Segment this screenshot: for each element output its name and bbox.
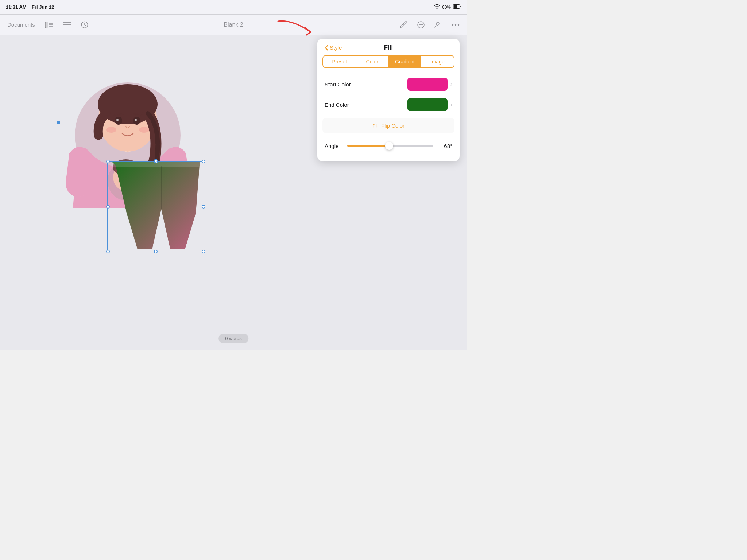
- panel-header: Style Fill: [317, 39, 460, 55]
- svg-point-11: [400, 27, 401, 28]
- status-bar: 11:31 AM Fri Jun 12 60%: [0, 0, 467, 15]
- fill-panel: Style Fill Preset Color Gradient Image S…: [317, 39, 460, 161]
- battery-icon: [453, 4, 461, 10]
- angle-value: 68°: [438, 143, 452, 149]
- history-button[interactable]: [80, 20, 90, 30]
- angle-slider-fill: [347, 145, 387, 147]
- flip-icon: ↑↓: [372, 122, 378, 129]
- fill-tab-bar: Preset Color Gradient Image: [322, 55, 454, 68]
- start-color-label: Start Color: [325, 81, 404, 88]
- sidebar-toggle-button[interactable]: [44, 20, 55, 30]
- angle-slider-track: [347, 145, 433, 147]
- angle-slider-thumb[interactable]: [385, 142, 393, 150]
- svg-point-27: [135, 119, 137, 121]
- svg-point-18: [452, 24, 453, 25]
- toolbar-left: Documents: [6, 20, 90, 30]
- flip-color-label: Flip Color: [381, 122, 405, 129]
- start-color-swatch[interactable]: [407, 78, 448, 91]
- svg-point-24: [115, 117, 122, 125]
- word-count: 0 words: [218, 334, 248, 343]
- svg-point-20: [458, 24, 459, 25]
- svg-point-28: [106, 127, 116, 133]
- end-color-label: End Color: [325, 102, 404, 108]
- angle-slider[interactable]: [347, 142, 433, 149]
- tab-color[interactable]: Color: [356, 56, 389, 67]
- wifi-icon: [434, 4, 440, 10]
- divider: [317, 136, 460, 136]
- angle-row: Angle 68°: [317, 138, 460, 154]
- angle-label: Angle: [325, 143, 343, 149]
- add-button[interactable]: [416, 20, 426, 30]
- end-color-swatch[interactable]: [407, 98, 448, 111]
- list-view-button[interactable]: [62, 20, 72, 29]
- start-color-chevron: ›: [450, 81, 452, 88]
- tab-preset[interactable]: Preset: [323, 56, 356, 67]
- pants-shape[interactable]: [108, 162, 203, 251]
- brush-button[interactable]: [398, 19, 409, 30]
- svg-rect-3: [45, 22, 48, 28]
- back-label: Style: [330, 44, 342, 51]
- status-time: 11:31 AM: [6, 4, 27, 10]
- end-color-chevron: ›: [450, 101, 452, 108]
- end-color-row: End Color ›: [317, 94, 460, 115]
- document-title: Blank 2: [224, 22, 243, 28]
- back-to-style-button[interactable]: Style: [325, 44, 342, 51]
- flip-color-button[interactable]: ↑↓ Flip Color: [322, 118, 454, 133]
- panel-title: Fill: [384, 44, 393, 51]
- toolbar: Documents Blank 2: [0, 15, 467, 35]
- more-button[interactable]: [450, 22, 461, 27]
- svg-point-29: [139, 127, 149, 133]
- svg-rect-1: [454, 5, 457, 8]
- documents-button[interactable]: Documents: [6, 20, 36, 29]
- svg-point-19: [455, 24, 456, 25]
- battery-percentage: 60%: [442, 5, 451, 10]
- toolbar-right: [398, 19, 461, 30]
- tab-gradient[interactable]: Gradient: [388, 56, 421, 67]
- status-date: Fri Jun 12: [32, 4, 54, 10]
- documents-label: Documents: [7, 22, 35, 28]
- svg-point-26: [116, 119, 119, 121]
- status-time-date: 11:31 AM Fri Jun 12: [6, 4, 54, 10]
- start-color-row: Start Color ›: [317, 74, 460, 94]
- svg-point-25: [133, 117, 140, 125]
- end-color-container: ›: [407, 98, 452, 111]
- add-user-button[interactable]: [433, 19, 444, 30]
- svg-point-15: [436, 22, 439, 25]
- start-color-container: ›: [407, 78, 452, 91]
- status-right-icons: 60%: [434, 4, 461, 10]
- tab-image[interactable]: Image: [421, 56, 454, 67]
